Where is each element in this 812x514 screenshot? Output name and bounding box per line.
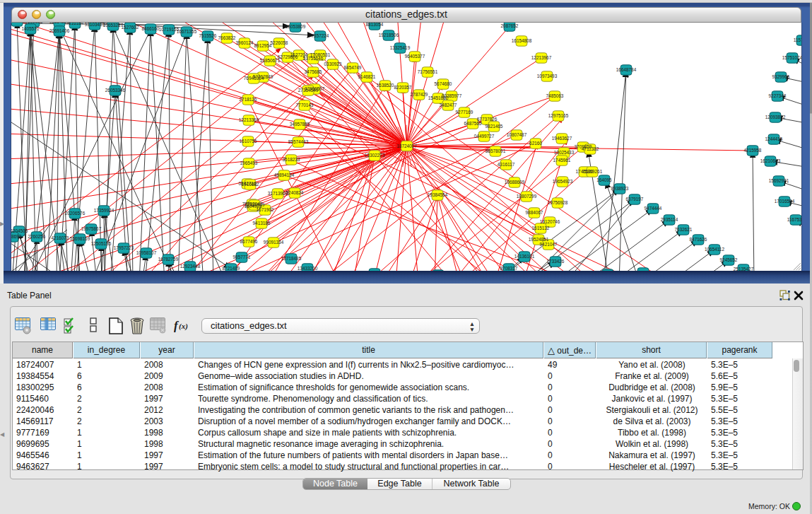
svg-text:9329966: 9329966: [772, 74, 790, 79]
svg-text:1157231: 1157231: [794, 37, 801, 42]
svg-text:8912954: 8912954: [254, 43, 272, 48]
svg-text:10958107: 10958107: [136, 250, 157, 255]
svg-text:164095: 164095: [596, 177, 612, 182]
svg-text:1916682: 1916682: [242, 182, 259, 187]
svg-text:0330923: 0330923: [324, 62, 342, 66]
svg-text:2260256: 2260256: [28, 234, 46, 239]
svg-text:8938923: 8938923: [611, 186, 629, 191]
svg-text:17957223: 17957223: [114, 245, 134, 250]
svg-text:8677496: 8677496: [240, 239, 258, 244]
svg-text:19384554: 19384554: [428, 192, 448, 197]
svg-text:16120746: 16120746: [540, 219, 560, 224]
svg-text:85574443: 85574443: [288, 139, 309, 144]
svg-text:9146821: 9146821: [358, 74, 376, 79]
svg-text:6379197: 6379197: [626, 197, 644, 201]
svg-text:8721489: 8721489: [223, 266, 240, 271]
svg-text:9474444: 9474444: [645, 206, 662, 211]
svg-text:0433218: 0433218: [11, 23, 26, 23]
svg-text:16154808: 16154808: [512, 38, 532, 43]
svg-text:27354549: 27354549: [298, 88, 319, 93]
svg-text:31713900: 31713900: [268, 191, 288, 196]
svg-text:10654112: 10654112: [705, 247, 724, 252]
svg-text:34957885: 34957885: [290, 122, 310, 127]
svg-text:4216073: 4216073: [52, 235, 69, 240]
svg-text:71756551: 71756551: [418, 69, 438, 74]
svg-text:17080531: 17080531: [310, 52, 331, 57]
svg-text:4316117: 4316117: [498, 162, 515, 167]
svg-text:67737826: 67737826: [477, 117, 498, 122]
svg-text:1538520: 1538520: [377, 83, 394, 88]
svg-text:04499727: 04499727: [474, 134, 495, 139]
svg-text:9277169: 9277169: [456, 110, 473, 115]
svg-text:1244415: 1244415: [765, 136, 783, 141]
svg-text:15692971: 15692971: [769, 178, 789, 183]
svg-text:12213369: 12213369: [239, 117, 259, 122]
svg-text:8220357: 8220357: [394, 85, 412, 90]
svg-text:5240824: 5240824: [286, 190, 304, 195]
svg-text:1733426: 1733426: [547, 259, 565, 264]
svg-text:7663822: 7663822: [218, 35, 236, 40]
svg-text:16671355: 16671355: [177, 29, 197, 34]
svg-text:10653287: 10653287: [103, 23, 124, 28]
svg-text:62160: 62160: [529, 141, 542, 146]
svg-text:17359924: 17359924: [94, 208, 114, 213]
svg-text:12213967: 12213967: [531, 55, 552, 60]
svg-text:86578091: 86578091: [486, 148, 506, 153]
svg-text:4711382: 4711382: [582, 146, 599, 151]
svg-text:19463627: 19463627: [552, 136, 572, 141]
svg-text:8466160: 8466160: [142, 26, 160, 31]
svg-text:7357224: 7357224: [312, 33, 329, 38]
svg-text:1610755: 1610755: [240, 139, 257, 144]
svg-text:17016504: 17016504: [775, 199, 795, 204]
svg-text:9245652: 9245652: [720, 257, 738, 262]
svg-text:8454749: 8454749: [344, 65, 362, 70]
svg-text:19218506: 19218506: [379, 33, 399, 37]
svg-text:5674680: 5674680: [435, 81, 452, 86]
svg-text:6487565: 6487565: [464, 121, 482, 126]
svg-text:7515526: 7515526: [199, 33, 217, 38]
svg-text:25135427: 25135427: [734, 267, 754, 271]
svg-text:12975165: 12975165: [548, 113, 569, 118]
svg-text:10688609: 10688609: [505, 180, 525, 185]
svg-text:3482477: 3482477: [440, 103, 457, 107]
svg-text:9413186: 9413186: [253, 221, 271, 226]
svg-text:51850671: 51850671: [260, 58, 281, 63]
svg-text:8708317: 8708317: [500, 266, 518, 271]
svg-text:10025433: 10025433: [554, 150, 575, 155]
svg-text:6204505: 6204505: [11, 228, 28, 233]
svg-text:16648784: 16648784: [616, 67, 637, 72]
svg-text:7632621: 7632621: [675, 227, 693, 232]
svg-text:3475685: 3475685: [305, 69, 322, 74]
svg-text:2935114: 2935114: [661, 217, 678, 222]
svg-text:8813054: 8813054: [366, 23, 384, 27]
svg-text:3518233: 3518233: [283, 157, 300, 162]
svg-text:7770143: 7770143: [296, 103, 314, 107]
svg-text:9857771: 9857771: [233, 255, 251, 259]
svg-text:18807299: 18807299: [517, 194, 537, 199]
svg-text:9600133: 9600133: [25, 23, 43, 24]
svg-text:19756928: 19756928: [548, 200, 568, 205]
svg-text:7485063: 7485063: [546, 93, 564, 98]
svg-text:12923448: 12923448: [180, 264, 201, 269]
svg-text:3960124: 3960124: [236, 40, 254, 45]
svg-text:2087652: 2087652: [501, 23, 519, 28]
svg-text:60385977: 60385977: [442, 93, 462, 98]
svg-text:7816184: 7816184: [66, 23, 84, 25]
svg-text:49894134: 49894134: [274, 173, 295, 177]
svg-text:96405377: 96405377: [405, 54, 425, 59]
svg-text:76945314: 76945314: [244, 76, 264, 81]
svg-text:13302273: 13302273: [365, 153, 385, 158]
svg-text:1405571: 1405571: [22, 26, 40, 31]
svg-text:19975867: 19975867: [81, 226, 102, 231]
svg-text:16210643: 16210643: [760, 158, 781, 163]
svg-text:19654923: 19654923: [553, 179, 573, 184]
svg-text:12505135: 12505135: [91, 241, 112, 246]
svg-text:10807487: 10807487: [507, 132, 527, 137]
svg-text:99091334: 99091334: [264, 240, 284, 245]
svg-text:32931839: 32931839: [245, 202, 265, 207]
svg-text:1745961: 1745961: [553, 158, 571, 163]
svg-text:8471626: 8471626: [690, 237, 707, 242]
svg-text:15751074: 15751074: [782, 55, 801, 60]
svg-text:1527602: 1527602: [122, 25, 139, 30]
svg-text:4215958: 4215958: [744, 148, 762, 153]
